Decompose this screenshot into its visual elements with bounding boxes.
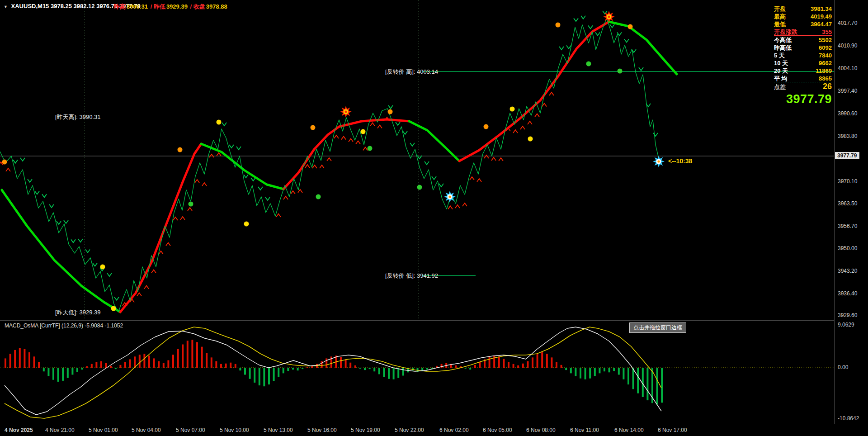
info-row-open: 开盘3981.34	[774, 5, 832, 12]
prev-day-overlay: 昨高3990.31 / 昨低3929.39 / 收盘3978.88	[114, 3, 228, 11]
price-scale-label: 3950.00	[838, 245, 857, 251]
time-axis-label: 4 Nov 21:00	[45, 427, 75, 433]
orange-dot	[388, 109, 393, 114]
info-row-spread: 点差26	[774, 83, 832, 90]
down-arrow-icon	[57, 221, 61, 224]
up-arrow-icon	[513, 130, 518, 133]
prev-low-value: 3929.39	[166, 3, 188, 10]
up-arrow-icon	[370, 123, 375, 126]
up-arrow-icon	[455, 205, 460, 208]
yellow-dot	[111, 306, 116, 311]
down-arrow-icon	[410, 143, 415, 146]
down-arrow-icon	[639, 67, 643, 71]
down-arrow-icon	[251, 178, 255, 181]
orange-dot	[2, 160, 7, 165]
time-axis[interactable]: 4 Nov 20254 Nov 21:005 Nov 01:005 Nov 04…	[0, 424, 868, 436]
info-row-prev-range: 昨高低6092	[774, 44, 832, 51]
info-label: 5 天	[774, 52, 785, 59]
up-arrow-icon	[535, 114, 539, 117]
down-arrow-icon	[610, 24, 614, 28]
time-axis-label: 6 Nov 17:00	[658, 427, 687, 433]
macd-signal-line	[5, 327, 661, 418]
macd-indicator-title: MACD_OsMA [CurrTF] (12,26,9) -5.9084 -1.…	[5, 322, 123, 329]
drag-window-tooltip: 点击并拖拉窗口边框	[629, 322, 686, 333]
up-arrow-icon	[499, 158, 503, 161]
orange-dot	[178, 147, 183, 152]
up-arrow-icon	[166, 243, 170, 246]
down-arrow-icon	[574, 18, 578, 21]
up-arrow-icon	[312, 165, 317, 168]
yellow-dot	[217, 120, 222, 125]
down-arrow-icon	[388, 105, 393, 109]
info-label: 平 均	[774, 75, 788, 82]
up-arrow-icon	[137, 293, 142, 296]
macd-panel[interactable]: MACD_OsMA [CurrTF] (12,26,9) -5.9084 -1.…	[0, 321, 834, 424]
macd-canvas[interactable]	[0, 321, 834, 424]
trading-terminal: { "header": { "dropdown_icon": "▼", "sym…	[0, 0, 868, 436]
up-arrow-icon	[217, 153, 221, 156]
price-line	[0, 18, 659, 312]
green-dot	[368, 146, 373, 151]
info-label: 开盘	[774, 5, 786, 12]
price-scale[interactable]: 4017.704010.904004.103997.403990.603983.…	[834, 0, 868, 424]
time-marker: <--10:38	[668, 157, 692, 165]
price-scale-label: 3970.10	[838, 178, 857, 185]
ma-segment-green	[201, 144, 283, 189]
price-scale-label: 3983.80	[838, 133, 857, 139]
cold-sun-icon	[444, 191, 456, 203]
info-value: 26	[823, 83, 832, 90]
overlay-sep-1: /	[151, 3, 152, 10]
time-axis-label: 6 Nov 14:00	[614, 427, 644, 433]
down-arrow-icon	[107, 273, 112, 276]
info-row-range-20d: 20 天11869	[774, 67, 832, 74]
price-scale-label: 3936.40	[838, 290, 857, 297]
time-axis-label: 6 Nov 05:00	[483, 427, 512, 433]
down-arrow-icon	[559, 47, 564, 50]
up-arrow-icon	[462, 203, 467, 206]
info-label: 昨高低	[774, 44, 792, 51]
up-arrow-icon	[334, 135, 339, 138]
down-arrow-icon	[85, 250, 90, 253]
main-chart-panel[interactable]: ▼ XAUUSD,M15 3978.25 3982.12 3976.76 397…	[0, 0, 834, 320]
current-price-big: 3977.79	[774, 92, 832, 106]
down-arrow-icon	[624, 39, 629, 43]
prev-high-label: [昨天高]: 3990.31	[55, 113, 100, 121]
price-scale-label: 4017.70	[838, 20, 857, 26]
time-axis-label: 6 Nov 02:00	[439, 427, 469, 433]
up-arrow-icon	[349, 139, 353, 142]
price-scale-label: 3990.60	[838, 110, 857, 117]
info-row-range-10d: 10 天9662	[774, 60, 832, 66]
time-axis-label: 6 Nov 11:00	[570, 427, 599, 433]
info-row-high: 最高4019.49	[774, 13, 832, 20]
down-arrow-icon	[258, 187, 263, 190]
prev-high-tag: 昨高	[114, 3, 126, 10]
close-value: 3978.88	[206, 3, 227, 10]
overlay-sep-2: /	[190, 3, 192, 10]
down-arrow-icon	[222, 123, 226, 126]
info-value: 3981.34	[811, 5, 832, 12]
hot-sun-icon	[603, 11, 615, 23]
time-axis-label: 5 Nov 16:00	[307, 427, 337, 433]
info-label: 20 天	[774, 67, 788, 74]
down-arrow-icon	[425, 161, 429, 165]
up-arrow-icon	[151, 270, 156, 273]
prev-low-label: [昨天低]: 3929.39	[55, 308, 100, 317]
price-scale-label: 3963.50	[838, 200, 857, 207]
symbol-dropdown-icon[interactable]: ▼	[4, 5, 8, 9]
down-arrow-icon	[13, 160, 18, 163]
price-scale-label: 3929.60	[838, 312, 857, 318]
time-axis-label: 5 Nov 07:00	[176, 427, 205, 433]
info-value: 3964.47	[811, 21, 832, 28]
up-arrow-icon	[144, 286, 149, 289]
orange-dot	[628, 24, 633, 29]
down-arrow-icon	[236, 147, 241, 150]
info-value: 5502	[819, 37, 832, 43]
info-label: 点差	[774, 84, 786, 90]
price-scale-label: 3956.70	[838, 223, 857, 229]
up-arrow-icon	[180, 217, 185, 220]
down-arrow-icon	[71, 239, 75, 242]
time-axis-label: 5 Nov 22:00	[395, 427, 424, 433]
info-value: 11869	[816, 67, 832, 74]
macd-scale-label: -10.8642	[838, 415, 859, 422]
info-value: 8865	[819, 75, 832, 82]
